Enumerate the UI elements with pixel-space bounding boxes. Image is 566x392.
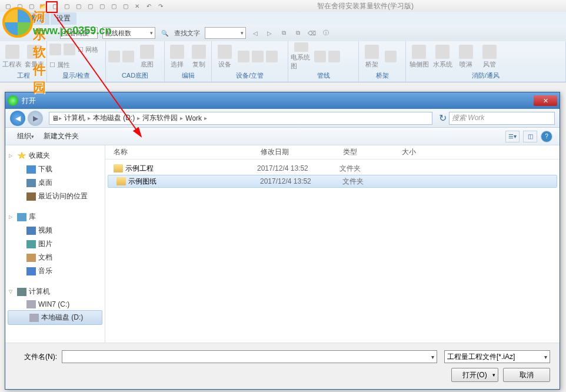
sidebar-favorites[interactable]: 收藏夹 xyxy=(5,149,105,162)
search-combo[interactable] xyxy=(205,27,246,39)
bridge-icon1[interactable] xyxy=(385,51,397,62)
ribbon-tab-bar: 常用 设置 xyxy=(0,12,566,25)
axon-button[interactable]: 轴侧图 xyxy=(408,42,430,71)
tab-common[interactable]: 常用 xyxy=(24,12,49,25)
volume-table-button[interactable]: 套量表 xyxy=(25,42,45,71)
column-headers: 名称 修改日期 类型 大小 xyxy=(105,145,560,160)
cancel-button[interactable]: 取消 xyxy=(503,368,550,382)
select-button[interactable]: 选择 xyxy=(167,42,187,71)
filename-input[interactable] xyxy=(62,350,437,363)
file-row[interactable]: 示例工程 2017/12/4 13:52 文件夹 xyxy=(105,162,560,175)
dialog-toolbar: 组织 新建文件夹 ☰▾ ◫ ? xyxy=(5,128,560,145)
info-icon[interactable]: ⓘ xyxy=(321,28,331,38)
sprinkler-button[interactable]: 喷淋 xyxy=(455,42,477,71)
sidebar-videos[interactable]: 视频 xyxy=(5,224,105,237)
sidebar-recent[interactable]: 最近访问的位置 xyxy=(5,190,105,203)
qat-open-icon[interactable]: ▢ xyxy=(14,1,25,11)
qat-redo-icon[interactable]: ↷ xyxy=(155,1,166,11)
duct-button[interactable]: 风管 xyxy=(479,42,500,71)
sidebar-disk-d[interactable]: 本地磁盘 (D:) xyxy=(8,310,102,325)
sidebar-downloads[interactable]: 下载 xyxy=(5,162,105,176)
display-icon1[interactable] xyxy=(49,44,61,55)
col-type[interactable]: 类型 xyxy=(338,147,397,157)
ribbon: 工程表 套量表 工程 ☐ 网格 ☐ 属性 显示/检查 底图 CAD底图 选择 复… xyxy=(0,41,566,82)
prop-checkbox[interactable]: ☐ 属性 xyxy=(49,61,70,69)
sidebar-music[interactable]: 音乐 xyxy=(5,264,105,278)
height-combo[interactable]: 立管高度 xyxy=(60,27,98,39)
highlight-box xyxy=(46,1,58,13)
filename-label: 文件名(N): xyxy=(15,352,62,362)
close-button[interactable]: ✕ xyxy=(534,95,557,106)
help-button[interactable]: ? xyxy=(541,131,552,142)
open-button[interactable]: 打开(O) xyxy=(451,368,498,382)
basemap-button[interactable]: 底图 xyxy=(136,42,158,71)
cad-icon1[interactable] xyxy=(108,51,120,62)
organize-button[interactable]: 组织 xyxy=(12,130,39,142)
crumb-folder2[interactable]: Work xyxy=(183,114,204,122)
refresh-button[interactable]: ↻ xyxy=(436,112,449,125)
sidebar: 收藏夹 下载 桌面 最近访问的位置 库 视频 图片 文档 音乐 计算机 WIN7… xyxy=(5,145,105,343)
paste-icon[interactable]: ⧉ xyxy=(293,28,302,38)
grid-checkbox[interactable]: ☐ 网格 xyxy=(78,45,98,54)
wiring-combo[interactable]: 配线根数 xyxy=(102,27,155,39)
qat-icon8[interactable]: ▢ xyxy=(85,1,95,11)
file-filter-combo[interactable]: 工程量工程文件[*.iAz] xyxy=(444,350,550,363)
nav-forward-button[interactable]: ▶ xyxy=(28,111,43,126)
group-project: 工程 xyxy=(2,71,44,81)
sidebar-computer[interactable]: 计算机 xyxy=(5,285,105,298)
water-sys-button[interactable]: 水系统 xyxy=(432,42,453,71)
qat-new-icon[interactable]: ▢ xyxy=(2,1,13,11)
nav-left-icon[interactable]: ◁ xyxy=(251,28,260,38)
crumb-disk[interactable]: 本地磁盘 (D:) xyxy=(91,113,137,123)
pipe-icon2[interactable] xyxy=(328,51,340,62)
view-options-button[interactable]: ☰▾ xyxy=(505,131,520,142)
search-input[interactable]: 搜索 Work xyxy=(449,112,555,125)
file-row[interactable]: 示例图纸 2017/12/4 13:52 文件夹 xyxy=(108,175,557,188)
breadcrumb[interactable]: 🖥 ▸ 计算机 ▸ 本地磁盘 (D:) ▸ 河东软件园 ▸ Work ▸ xyxy=(49,112,432,125)
display-icon2[interactable] xyxy=(64,44,75,55)
col-name[interactable]: 名称 xyxy=(109,147,256,157)
crumb-folder1[interactable]: 河东软件园 xyxy=(140,113,180,123)
nav-back-button[interactable]: ◀ xyxy=(10,111,25,126)
sidebar-documents[interactable]: 文档 xyxy=(5,251,105,264)
qat-close-icon[interactable]: ✕ xyxy=(132,1,142,11)
bridge-button[interactable]: 桥架 xyxy=(361,42,382,71)
device-icon1[interactable] xyxy=(238,51,249,62)
qat-icon10[interactable]: ▢ xyxy=(108,1,119,11)
quick-access-toolbar: ▢ ▢ ▢ 📂 ▢ ▢ ▢ ▢ ▢ ▢ ▢ ✕ ↶ ↷ 智在舍得安装算量软件(学… xyxy=(0,0,566,12)
pipe-icon1[interactable] xyxy=(314,51,326,62)
sidebar-desktop[interactable]: 桌面 xyxy=(5,176,105,190)
qat-icon11[interactable]: ▢ xyxy=(120,1,131,11)
qat-undo-icon[interactable]: ↶ xyxy=(144,1,154,11)
sidebar-libraries[interactable]: 库 xyxy=(5,210,105,224)
device-icon3[interactable] xyxy=(266,51,278,62)
preview-pane-button[interactable]: ◫ xyxy=(523,131,537,142)
sidebar-disk-c[interactable]: WIN7 (C:) xyxy=(5,298,105,310)
qat-icon7[interactable]: ▢ xyxy=(73,1,84,11)
ribbon-controls: 立管高度 配线根数 🔍 查找文字 ◁ ▷ ⧉ ⧉ ⌫ ⓘ xyxy=(0,25,566,41)
qat-icon9[interactable]: ▢ xyxy=(96,1,107,11)
tab-settings[interactable]: 设置 xyxy=(51,12,76,25)
delete-icon[interactable]: ⌫ xyxy=(307,28,317,38)
nav-right-icon[interactable]: ▷ xyxy=(265,28,274,38)
breadcrumb-computer-icon: 🖥 xyxy=(52,114,59,122)
open-dialog: 打开 ✕ ◀ ▶ 🖥 ▸ 计算机 ▸ 本地磁盘 (D:) ▸ 河东软件园 ▸ W… xyxy=(5,92,560,390)
project-table-button[interactable]: 工程表 xyxy=(2,42,22,71)
dialog-app-icon xyxy=(8,95,18,106)
col-size[interactable]: 大小 xyxy=(397,147,444,157)
copy-icon[interactable]: ⧉ xyxy=(279,28,288,38)
file-list: 示例工程 2017/12/4 13:52 文件夹 示例图纸 2017/12/4 … xyxy=(105,160,560,343)
binoculars-icon[interactable]: 🔍 xyxy=(160,28,169,38)
crumb-computer[interactable]: 计算机 xyxy=(62,113,88,123)
device-button[interactable]: 设备 xyxy=(214,42,235,71)
qat-icon6[interactable]: ▢ xyxy=(61,1,72,11)
new-folder-button[interactable]: 新建文件夹 xyxy=(39,130,84,142)
qat-save-icon[interactable]: ▢ xyxy=(26,1,36,11)
cad-icon2[interactable] xyxy=(122,51,134,62)
col-date[interactable]: 修改日期 xyxy=(256,147,338,157)
folder-icon xyxy=(114,164,123,172)
sidebar-pictures[interactable]: 图片 xyxy=(5,237,105,251)
elec-diagram-button[interactable]: 电系统图 xyxy=(291,42,312,71)
device-icon2[interactable] xyxy=(252,51,264,62)
copy-button[interactable]: 复制 xyxy=(189,42,209,71)
